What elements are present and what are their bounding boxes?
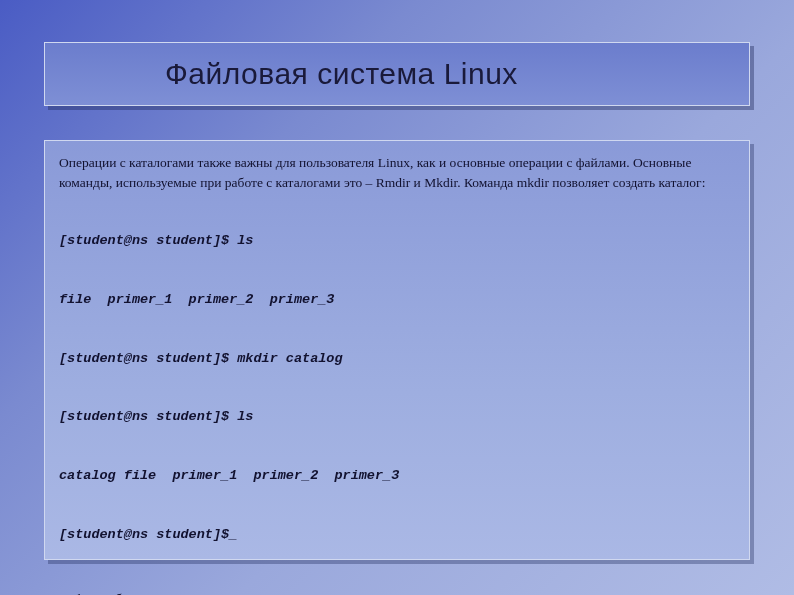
body-box: Операции с каталогами также важны для по… (44, 140, 750, 560)
title-box: Файловая система Linux (44, 42, 750, 106)
term-line: file primer_1 primer_2 primer_3 (59, 290, 735, 310)
mid-text: rmdir, наоборот, позволяет удалить катал… (59, 589, 735, 595)
slide-title: Файловая система Linux (165, 57, 518, 91)
term-line: [student@ns student]$ ls (59, 407, 735, 427)
term-line: [student@ns student]$ ls (59, 231, 735, 251)
intro-text: Операции с каталогами также важны для по… (59, 153, 735, 192)
term-line: [student@ns student]$_ (59, 525, 735, 545)
terminal-block-1: [student@ns student]$ ls file primer_1 p… (59, 192, 735, 583)
term-line: [student@ns student]$ mkdir catalog (59, 349, 735, 369)
title-container: Файловая система Linux (44, 42, 750, 106)
body-container: Операции с каталогами также важны для по… (44, 140, 750, 560)
term-line: catalog file primer_1 primer_2 primer_3 (59, 466, 735, 486)
